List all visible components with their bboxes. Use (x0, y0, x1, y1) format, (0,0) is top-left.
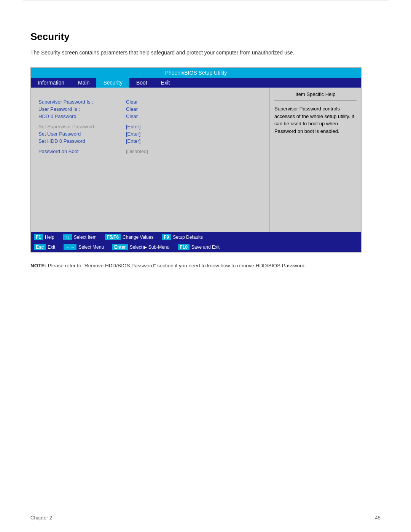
status-enter: Enter Select ▶ Sub-Menu (109, 243, 175, 251)
row-hdd-password[interactable]: HDD 0 Password Clear (38, 113, 262, 119)
desc-lr: Select Menu (78, 244, 104, 250)
label-set-user-password: Set User Password (38, 131, 122, 137)
menu-item-boot[interactable]: Boot (129, 78, 154, 88)
status-f1: F1 Help (31, 233, 60, 241)
row-password-on-boot[interactable]: Password on Boot [Disabled] (38, 149, 262, 154)
row-user-password[interactable]: User Password Is : Clear (38, 106, 262, 112)
key-enter: Enter (112, 244, 128, 250)
row-supervisor-password[interactable]: Supervisor Password Is : Clear (38, 99, 262, 105)
status-f9: F9 Setup Defaults (159, 233, 208, 241)
desc-esc: Exit (48, 244, 55, 250)
row-set-hdd-password[interactable]: Set HDD 0 Password [Enter] (38, 138, 262, 144)
label-user-password: User Password Is : (38, 106, 122, 112)
bios-right-panel: Item Specific Help Supervisor Password c… (270, 88, 361, 232)
bios-settings: Supervisor Password Is : Clear User Pass… (38, 99, 262, 154)
key-f10: F10 (178, 244, 190, 250)
footer-page: 45 (375, 515, 381, 521)
note-text: Please refer to "Remove HDD/BIOS Passwor… (48, 263, 306, 268)
note-label: NOTE: (30, 263, 46, 268)
menu-item-main[interactable]: Main (71, 78, 96, 88)
status-bar: F1 Help ↑↓ Select Item F5/F6 Change Valu… (31, 232, 361, 252)
key-f9: F9 (162, 234, 171, 240)
menu-item-exit[interactable]: Exit (154, 78, 177, 88)
help-title: Item Specific Help (274, 91, 357, 101)
bios-box: PhoenixBIOS Setup Utility Information Ma… (30, 67, 362, 252)
desc-f1: Help (45, 235, 54, 240)
status-f5f6: F5/F6 Change Values (102, 233, 159, 241)
value-set-hdd-password: [Enter] (126, 138, 140, 144)
status-lr: ←→ Select Menu (61, 243, 109, 251)
bottom-rule (23, 509, 388, 509)
status-esc: Esc Exit (31, 243, 61, 251)
footer: Chapter 2 45 (30, 515, 381, 521)
page-container: Security The Security screen contains pa… (0, 0, 411, 532)
help-text: Supervisor Password controls accesses of… (274, 105, 357, 135)
value-password-on-boot: [Disabled] (126, 149, 148, 154)
desc-f5f6: Change Values (123, 235, 153, 240)
key-arrows: ↑↓ (63, 234, 72, 240)
bios-left-panel: Supervisor Password Is : Clear User Pass… (31, 88, 270, 232)
status-line-1: F1 Help ↑↓ Select Item F5/F6 Change Valu… (31, 232, 361, 242)
top-rule (23, 0, 388, 16)
footer-chapter: Chapter 2 (30, 515, 52, 521)
desc-enter: Select ▶ Sub-Menu (130, 244, 169, 250)
value-user-password: Clear (126, 106, 138, 112)
label-set-hdd-password: Set HDD 0 Password (38, 138, 122, 144)
page-title: Security (30, 31, 381, 43)
menu-item-security[interactable]: Security (96, 78, 129, 88)
gap1 (38, 121, 262, 124)
label-password-on-boot: Password on Boot (38, 149, 122, 154)
content-area: Security The Security screen contains pa… (0, 16, 411, 270)
key-f1: F1 (34, 234, 43, 240)
value-set-user-password: [Enter] (126, 131, 140, 137)
bios-menu-bar: Information Main Security Boot Exit (31, 78, 361, 88)
bios-content: Supervisor Password Is : Clear User Pass… (31, 88, 361, 232)
intro-text: The Security screen contains parameters … (30, 49, 320, 57)
key-f5f6: F5/F6 (105, 234, 121, 240)
note-section: NOTE: Please refer to "Remove HDD/BIOS P… (30, 262, 362, 270)
status-arrows: ↑↓ Select Item (60, 233, 102, 241)
row-set-supervisor[interactable]: Set Supervisor Password [Enter] (38, 124, 262, 129)
key-esc: Esc (34, 244, 46, 250)
value-hdd-password: Clear (126, 113, 138, 119)
menu-item-information[interactable]: Information (31, 78, 71, 88)
gap2 (38, 145, 262, 149)
status-line-2: Esc Exit ←→ Select Menu Enter Select ▶ S… (31, 242, 361, 252)
desc-f9: Setup Defaults (173, 235, 203, 240)
label-supervisor-password: Supervisor Password Is : (38, 99, 122, 105)
value-set-supervisor: [Enter] (126, 124, 140, 129)
desc-arrows: Select Item (74, 235, 97, 240)
bios-title-bar: PhoenixBIOS Setup Utility (31, 68, 361, 78)
key-lr: ←→ (64, 244, 76, 250)
label-set-supervisor: Set Supervisor Password (38, 124, 122, 129)
desc-f10: Save and Exit (191, 244, 220, 250)
value-supervisor-password: Clear (126, 99, 138, 105)
status-f10: F10 Save and Exit (175, 243, 225, 251)
label-hdd-password: HDD 0 Password (38, 113, 122, 119)
row-set-user-password[interactable]: Set User Password [Enter] (38, 131, 262, 137)
